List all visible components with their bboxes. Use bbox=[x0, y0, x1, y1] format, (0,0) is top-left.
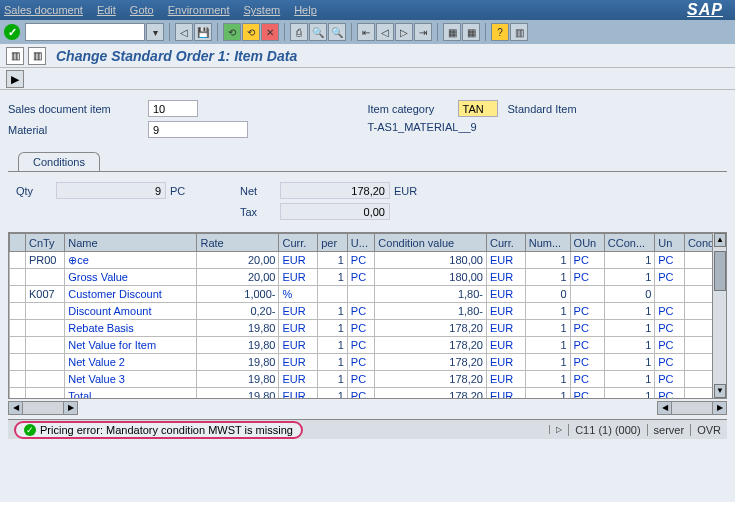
table-cell[interactable]: 19,80 bbox=[197, 337, 279, 354]
table-vscroll[interactable]: ▲ ▼ bbox=[712, 233, 726, 398]
table-cell[interactable]: PC bbox=[655, 388, 685, 400]
table-cell[interactable]: 1 bbox=[604, 337, 654, 354]
table-row[interactable]: Net Value for Item19,80EUR1PC178,20EUR1P… bbox=[10, 337, 726, 354]
menu-environment[interactable]: Environment bbox=[168, 4, 230, 16]
exit-icon[interactable]: ⟲ bbox=[223, 23, 241, 41]
column-header[interactable]: OUn bbox=[570, 234, 604, 252]
table-cell[interactable]: 1 bbox=[318, 371, 348, 388]
table-cell[interactable]: PC bbox=[347, 320, 374, 337]
table-cell[interactable] bbox=[10, 388, 26, 400]
column-header[interactable]: CCon... bbox=[604, 234, 654, 252]
sales-item-field[interactable]: 10 bbox=[148, 100, 198, 117]
table-cell[interactable]: Net Value 2 bbox=[65, 354, 197, 371]
table-cell[interactable] bbox=[10, 303, 26, 320]
table-cell[interactable]: PC bbox=[347, 303, 374, 320]
table-cell[interactable]: 1 bbox=[604, 303, 654, 320]
table-cell[interactable]: 0,20- bbox=[197, 303, 279, 320]
table-cell[interactable]: 1 bbox=[525, 252, 570, 269]
config-icon[interactable]: ▥ bbox=[28, 47, 46, 65]
table-cell[interactable] bbox=[10, 286, 26, 303]
column-header[interactable]: Curr. bbox=[279, 234, 318, 252]
table-cell[interactable] bbox=[347, 286, 374, 303]
table-cell[interactable]: 19,80 bbox=[197, 320, 279, 337]
table-cell[interactable] bbox=[10, 371, 26, 388]
table-cell[interactable]: 1 bbox=[525, 371, 570, 388]
table-cell[interactable]: 1 bbox=[525, 354, 570, 371]
last-page-icon[interactable]: ⇥ bbox=[414, 23, 432, 41]
table-cell[interactable]: EUR bbox=[279, 303, 318, 320]
table-cell[interactable]: 1 bbox=[318, 269, 348, 286]
table-cell[interactable]: 1 bbox=[525, 269, 570, 286]
table-cell[interactable]: 19,80 bbox=[197, 371, 279, 388]
table-cell[interactable]: PC bbox=[570, 320, 604, 337]
column-header[interactable]: Rate bbox=[197, 234, 279, 252]
command-field[interactable] bbox=[25, 23, 145, 41]
table-cell[interactable] bbox=[318, 286, 348, 303]
table-cell[interactable]: PC bbox=[347, 252, 374, 269]
hscroll2-right-icon[interactable]: ▶ bbox=[712, 402, 726, 414]
hscroll-left-icon[interactable]: ◀ bbox=[9, 402, 23, 414]
table-cell[interactable]: 178,20 bbox=[375, 388, 487, 400]
save-icon[interactable]: 💾 bbox=[194, 23, 212, 41]
table-cell[interactable] bbox=[25, 303, 64, 320]
table-cell[interactable] bbox=[25, 269, 64, 286]
table-cell[interactable]: 1 bbox=[318, 320, 348, 337]
table-cell[interactable]: 1 bbox=[525, 303, 570, 320]
table-cell[interactable] bbox=[25, 354, 64, 371]
table-cell[interactable]: % bbox=[279, 286, 318, 303]
table-cell[interactable]: PC bbox=[570, 388, 604, 400]
execute-icon[interactable]: ▶ bbox=[6, 70, 24, 88]
table-cell[interactable] bbox=[25, 388, 64, 400]
menu-goto[interactable]: Goto bbox=[130, 4, 154, 16]
table-row[interactable]: Discount Amount0,20-EUR1PC1,80-EUR1PC1PC bbox=[10, 303, 726, 320]
column-header[interactable]: Name bbox=[65, 234, 197, 252]
table-cell[interactable]: 1 bbox=[604, 252, 654, 269]
table-cell[interactable]: Gross Value bbox=[65, 269, 197, 286]
table-cell[interactable]: 178,20 bbox=[375, 337, 487, 354]
table-cell[interactable]: 19,80 bbox=[197, 354, 279, 371]
table-cell[interactable] bbox=[655, 286, 685, 303]
cancel-icon[interactable]: ✕ bbox=[261, 23, 279, 41]
column-header[interactable]: Condition value bbox=[375, 234, 487, 252]
table-cell[interactable]: 20,00 bbox=[197, 252, 279, 269]
enter-icon[interactable]: ✓ bbox=[4, 24, 20, 40]
table-cell[interactable]: EUR bbox=[279, 337, 318, 354]
table-cell[interactable]: PC bbox=[570, 269, 604, 286]
table-cell[interactable]: 1 bbox=[525, 388, 570, 400]
find-icon[interactable]: 🔍 bbox=[309, 23, 327, 41]
table-cell[interactable]: EUR bbox=[486, 303, 525, 320]
table-row[interactable]: Net Value 219,80EUR1PC178,20EUR1PC1PC bbox=[10, 354, 726, 371]
dropdown-icon[interactable]: ▾ bbox=[146, 23, 164, 41]
table-cell[interactable]: PC bbox=[655, 371, 685, 388]
table-cell[interactable] bbox=[10, 320, 26, 337]
table-cell[interactable]: EUR bbox=[486, 286, 525, 303]
table-cell[interactable]: 1 bbox=[604, 269, 654, 286]
status-triangle-icon[interactable]: ▷ bbox=[549, 425, 562, 434]
table-cell[interactable]: PC bbox=[570, 354, 604, 371]
column-header[interactable]: CnTy bbox=[25, 234, 64, 252]
up-icon[interactable]: ⟲ bbox=[242, 23, 260, 41]
table-cell[interactable]: 0 bbox=[525, 286, 570, 303]
table-row[interactable]: Net Value 319,80EUR1PC178,20EUR1PC1PC bbox=[10, 371, 726, 388]
table-cell[interactable]: 180,00 bbox=[375, 252, 487, 269]
print-icon[interactable]: ⎙ bbox=[290, 23, 308, 41]
table-cell[interactable]: EUR bbox=[279, 388, 318, 400]
table-cell[interactable]: ⊕ce bbox=[65, 252, 197, 269]
table-cell[interactable]: PC bbox=[347, 388, 374, 400]
menu-sales-document[interactable]: Sales document bbox=[4, 4, 83, 16]
table-cell[interactable]: PC bbox=[347, 269, 374, 286]
table-cell[interactable]: PC bbox=[655, 337, 685, 354]
scroll-thumb[interactable] bbox=[714, 251, 726, 291]
table-cell[interactable] bbox=[25, 337, 64, 354]
column-header[interactable]: per bbox=[318, 234, 348, 252]
table-cell[interactable]: PC bbox=[655, 269, 685, 286]
table-row[interactable]: PR00⊕ce20,00EUR1PC180,00EUR1PC1PC bbox=[10, 252, 726, 269]
hscroll2-left-icon[interactable]: ◀ bbox=[658, 402, 672, 414]
item-category-field[interactable]: TAN bbox=[458, 100, 498, 117]
table-cell[interactable]: EUR bbox=[279, 371, 318, 388]
table-cell[interactable]: 1 bbox=[318, 354, 348, 371]
table-cell[interactable]: PC bbox=[655, 303, 685, 320]
help-icon[interactable]: ? bbox=[491, 23, 509, 41]
first-page-icon[interactable]: ⇤ bbox=[357, 23, 375, 41]
column-header[interactable]: Curr. bbox=[486, 234, 525, 252]
